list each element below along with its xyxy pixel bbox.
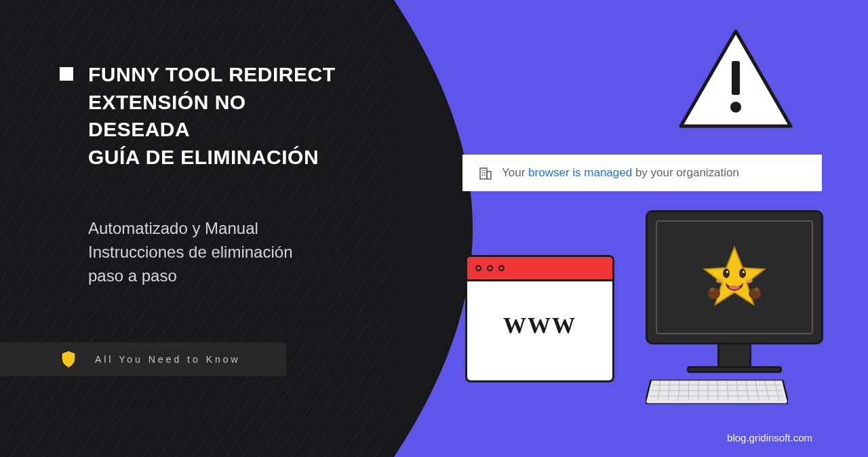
svg-point-14 <box>716 279 723 283</box>
subtitle-line-1: Automatizado y Manual <box>88 217 353 241</box>
shield-icon <box>61 351 76 368</box>
svg-rect-2 <box>480 168 487 179</box>
svg-point-10 <box>723 269 730 278</box>
svg-point-12 <box>726 271 728 273</box>
left-panel: FUNNY TOOL REDIRECT EXTENSIÓN NO DESEADA… <box>0 0 393 457</box>
window-dot-icon <box>498 265 505 271</box>
building-icon <box>479 166 492 180</box>
subtitle-line-2: Instrucciones de eliminación <box>88 241 353 264</box>
computer-illustration <box>646 210 823 405</box>
keyboard-icon <box>646 380 788 404</box>
warning-triangle-icon <box>678 28 793 130</box>
right-panel: Your browser is managed by your organiza… <box>393 0 868 457</box>
svg-rect-9 <box>484 175 486 176</box>
www-label: WWW <box>467 313 612 338</box>
svg-point-18 <box>710 287 714 292</box>
svg-point-17 <box>749 288 761 299</box>
window-dot-icon <box>487 265 493 271</box>
svg-point-1 <box>730 102 741 113</box>
org-link[interactable]: browser is managed <box>528 166 632 179</box>
svg-rect-4 <box>482 170 484 172</box>
browser-window: WWW <box>465 255 614 382</box>
title-line-2: EXTENSIÓN NO DESEADA <box>88 89 353 144</box>
svg-rect-5 <box>484 170 486 172</box>
curve-divider <box>393 0 474 457</box>
subtitle-line-3: paso a paso <box>88 264 353 288</box>
site-url: blog.gridinsoft.com <box>727 432 812 443</box>
org-prefix: Your <box>502 166 528 179</box>
monitor <box>646 210 823 344</box>
monitor-stand <box>717 344 751 366</box>
bullet-square-icon <box>60 67 73 81</box>
svg-point-16 <box>708 288 720 299</box>
svg-point-13 <box>743 271 745 273</box>
organization-notice-bar: Your browser is managed by your organiza… <box>462 155 822 191</box>
svg-rect-3 <box>487 172 491 179</box>
svg-point-15 <box>746 279 753 283</box>
svg-point-19 <box>755 287 759 292</box>
svg-rect-7 <box>484 172 486 174</box>
monitor-screen <box>656 220 813 334</box>
org-suffix: by your organization <box>632 166 739 179</box>
title-block: FUNNY TOOL REDIRECT EXTENSIÓN NO DESEADA… <box>60 61 353 171</box>
organization-notice-text: Your browser is managed by your organiza… <box>502 166 739 180</box>
left-content: FUNNY TOOL REDIRECT EXTENSIÓN NO DESEADA… <box>0 0 393 287</box>
window-dot-icon <box>475 265 481 271</box>
badge-text: All You Need to Know <box>95 354 241 365</box>
svg-rect-6 <box>482 172 484 174</box>
banner-container: FUNNY TOOL REDIRECT EXTENSIÓN NO DESEADA… <box>0 0 868 457</box>
main-title: FUNNY TOOL REDIRECT EXTENSIÓN NO DESEADA… <box>88 61 353 171</box>
subtitle: Automatizado y Manual Instrucciones de e… <box>60 217 353 287</box>
svg-rect-8 <box>482 175 484 176</box>
monitor-base <box>687 366 782 373</box>
svg-point-11 <box>739 269 746 278</box>
browser-titlebar <box>467 257 612 281</box>
title-line-1: FUNNY TOOL REDIRECT <box>88 61 353 89</box>
star-face-icon <box>701 243 768 311</box>
title-line-3: GUÍA DE ELIMINACIÓN <box>88 144 353 172</box>
badge-bar: All You Need to Know <box>0 342 286 376</box>
svg-rect-0 <box>732 61 740 95</box>
